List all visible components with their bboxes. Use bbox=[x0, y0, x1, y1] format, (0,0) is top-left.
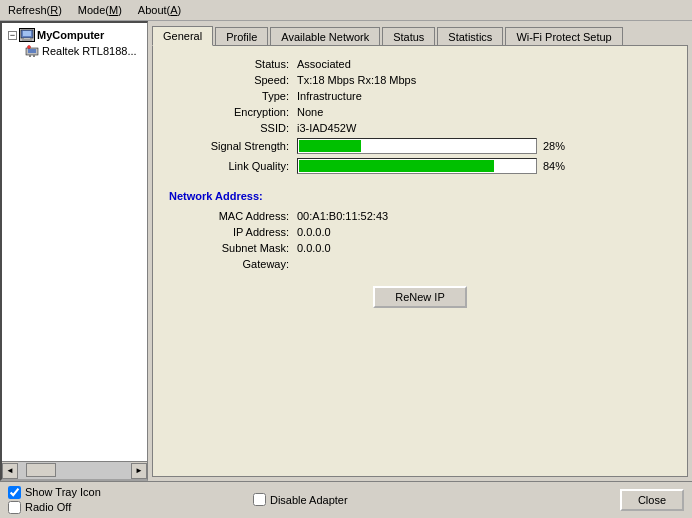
disable-adapter-checkbox[interactable] bbox=[253, 493, 266, 506]
radio-off-label[interactable]: Radio Off bbox=[25, 501, 71, 513]
tab-statistics[interactable]: Statistics bbox=[437, 27, 503, 46]
left-panel: − MyComputer bbox=[0, 21, 148, 481]
radio-off-checkbox[interactable] bbox=[8, 501, 21, 514]
left-scrollbar[interactable]: ◄ ► bbox=[2, 461, 147, 479]
signal-pct: 28% bbox=[543, 140, 565, 152]
tree-collapse-icon[interactable]: − bbox=[8, 31, 17, 40]
svg-rect-6 bbox=[29, 55, 31, 57]
right-panel: General Profile Available Network Status… bbox=[148, 21, 692, 481]
subnet-label: Subnet Mask: bbox=[169, 242, 289, 254]
network-address-section: Network Address: MAC Address: 00:A1:B0:1… bbox=[169, 190, 671, 270]
type-value: Infrastructure bbox=[297, 90, 362, 102]
menu-refresh[interactable]: Refresh(R) bbox=[4, 2, 66, 18]
speed-row: Speed: Tx:18 Mbps Rx:18 Mbps bbox=[169, 74, 671, 86]
ip-row: IP Address: 0.0.0.0 bbox=[169, 226, 671, 238]
tab-content-general: Status: Associated Speed: Tx:18 Mbps Rx:… bbox=[152, 45, 688, 477]
speed-value: Tx:18 Mbps Rx:18 Mbps bbox=[297, 74, 416, 86]
disable-adapter-label[interactable]: Disable Adapter bbox=[270, 494, 348, 506]
encryption-value: None bbox=[297, 106, 323, 118]
gateway-label: Gateway: bbox=[169, 258, 289, 270]
gateway-row: Gateway: bbox=[169, 258, 671, 270]
show-tray-group: Show Tray Icon bbox=[8, 486, 101, 499]
network-adapter-icon bbox=[24, 44, 40, 58]
tree-area: − MyComputer bbox=[2, 23, 147, 461]
tab-general[interactable]: General bbox=[152, 26, 213, 46]
svg-rect-3 bbox=[22, 40, 32, 41]
status-label: Status: bbox=[169, 58, 289, 70]
status-row: Status: Associated bbox=[169, 58, 671, 70]
speed-label: Speed: bbox=[169, 74, 289, 86]
link-label: Link Quality: bbox=[169, 160, 289, 172]
ssid-label: SSID: bbox=[169, 122, 289, 134]
computer-icon bbox=[19, 28, 35, 42]
menu-mode[interactable]: Mode(M) bbox=[74, 2, 126, 18]
subnet-row: Subnet Mask: 0.0.0.0 bbox=[169, 242, 671, 254]
menu-about[interactable]: About(A) bbox=[134, 2, 185, 18]
scroll-thumb[interactable] bbox=[26, 463, 56, 477]
signal-fill bbox=[299, 140, 361, 152]
svg-rect-5 bbox=[28, 49, 36, 53]
scroll-right-btn[interactable]: ► bbox=[131, 463, 147, 479]
close-button[interactable]: Close bbox=[620, 489, 684, 511]
svg-rect-1 bbox=[23, 31, 31, 36]
tree-child-item[interactable]: Realtek RTL8188... bbox=[6, 43, 143, 59]
tab-profile[interactable]: Profile bbox=[215, 27, 268, 46]
ip-label: IP Address: bbox=[169, 226, 289, 238]
signal-label: Signal Strength: bbox=[169, 140, 289, 152]
tree-root-item[interactable]: − MyComputer bbox=[6, 27, 143, 43]
ssid-row: SSID: i3-IAD452W bbox=[169, 122, 671, 134]
signal-bar bbox=[297, 138, 537, 154]
encryption-label: Encryption: bbox=[169, 106, 289, 118]
link-bar bbox=[297, 158, 537, 174]
tree-root-label: MyComputer bbox=[37, 29, 104, 41]
ssid-value: i3-IAD452W bbox=[297, 122, 356, 134]
svg-point-8 bbox=[28, 46, 31, 49]
tree-child-label: Realtek RTL8188... bbox=[42, 45, 137, 57]
subnet-value: 0.0.0.0 bbox=[297, 242, 331, 254]
show-tray-checkbox[interactable] bbox=[8, 486, 21, 499]
ip-value: 0.0.0.0 bbox=[297, 226, 331, 238]
tab-bar: General Profile Available Network Status… bbox=[152, 25, 688, 45]
network-address-title: Network Address: bbox=[169, 190, 671, 202]
disable-adapter-group: Disable Adapter bbox=[253, 493, 348, 506]
tab-status[interactable]: Status bbox=[382, 27, 435, 46]
type-label: Type: bbox=[169, 90, 289, 102]
link-pct: 84% bbox=[543, 160, 565, 172]
link-quality-row: Link Quality: 84% bbox=[169, 158, 671, 174]
main-container: − MyComputer bbox=[0, 21, 692, 481]
bottom-bar: Show Tray Icon Radio Off Disable Adapter… bbox=[0, 481, 692, 517]
mac-label: MAC Address: bbox=[169, 210, 289, 222]
mac-row: MAC Address: 00:A1:B0:11:52:43 bbox=[169, 210, 671, 222]
link-fill bbox=[299, 160, 494, 172]
renew-ip-button[interactable]: ReNew IP bbox=[373, 286, 467, 308]
scroll-track[interactable] bbox=[18, 462, 131, 479]
menubar: Refresh(R) Mode(M) About(A) bbox=[0, 0, 692, 21]
tab-available-network[interactable]: Available Network bbox=[270, 27, 380, 46]
svg-rect-7 bbox=[33, 55, 35, 57]
radio-off-group: Radio Off bbox=[8, 501, 101, 514]
bottom-left-checks: Show Tray Icon Radio Off bbox=[8, 486, 117, 514]
signal-strength-row: Signal Strength: 28% bbox=[169, 138, 671, 154]
status-value: Associated bbox=[297, 58, 351, 70]
show-tray-label[interactable]: Show Tray Icon bbox=[25, 486, 101, 498]
mac-value: 00:A1:B0:11:52:43 bbox=[297, 210, 388, 222]
encryption-row: Encryption: None bbox=[169, 106, 671, 118]
tab-wifi-protect[interactable]: Wi-Fi Protect Setup bbox=[505, 27, 622, 46]
scroll-left-btn[interactable]: ◄ bbox=[2, 463, 18, 479]
svg-rect-2 bbox=[24, 38, 30, 40]
type-row: Type: Infrastructure bbox=[169, 90, 671, 102]
